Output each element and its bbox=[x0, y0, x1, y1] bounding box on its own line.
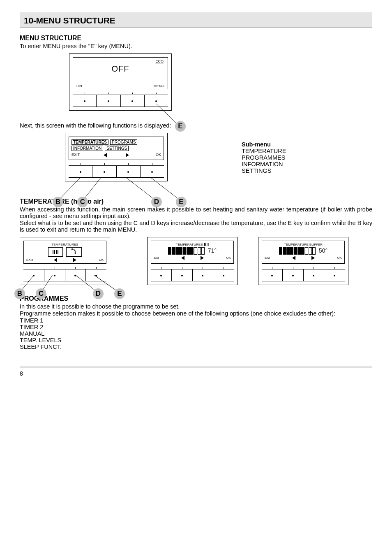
menu-label: MENU bbox=[143, 84, 165, 88]
tap-icon bbox=[66, 247, 82, 257]
device-off-screen: ECO OFF ON MENU bbox=[69, 53, 172, 111]
programmes-p1: In this case it is possible to choose th… bbox=[20, 303, 372, 310]
ok-label: OK bbox=[212, 256, 231, 260]
exit-label: EXIT bbox=[71, 153, 94, 157]
marker-d: D bbox=[151, 197, 162, 207]
programme-option: TIMER 2 bbox=[20, 324, 372, 330]
svg-rect-5 bbox=[53, 250, 53, 254]
programme-option: SLEEP FUNCT. bbox=[20, 343, 372, 350]
svg-rect-7 bbox=[56, 250, 57, 254]
exit-label: EXIT bbox=[265, 256, 284, 260]
next-line: Next, this screen with the following fun… bbox=[20, 122, 372, 129]
svg-rect-8 bbox=[58, 250, 58, 254]
programme-option: TIMER 1 bbox=[20, 317, 372, 324]
temperatures-tab: TEMPERATURES bbox=[71, 139, 108, 145]
marker-c: C bbox=[36, 288, 46, 299]
submenu-item: TEMPERATURE bbox=[242, 148, 286, 154]
submenu-list: Sub-menu TEMPERATURE PROGRAMMES INFORMAT… bbox=[242, 141, 286, 174]
button-row bbox=[69, 165, 164, 178]
svg-rect-17 bbox=[208, 243, 209, 246]
svg-rect-16 bbox=[207, 243, 208, 246]
submenu-item: SETTINGS bbox=[242, 167, 286, 174]
programme-option: MANUAL bbox=[20, 330, 372, 337]
footer-rule bbox=[20, 367, 372, 368]
screenC-value: 50° bbox=[319, 247, 327, 254]
ok-label: OK bbox=[84, 258, 104, 262]
programs-tab: PROGRAMS bbox=[110, 139, 137, 145]
programme-option: TEMP. LEVELS bbox=[20, 337, 372, 343]
submenu-title: Sub-menu bbox=[242, 141, 286, 148]
svg-rect-14 bbox=[204, 243, 205, 246]
button-row bbox=[73, 95, 168, 107]
exit-label: EXIT bbox=[26, 258, 46, 262]
menu-structure-intro: To enter MENU press the "E" key (MENU). bbox=[20, 43, 372, 49]
device-menu-screen: TEMPERATURES PROGRAMS INFORMATION SETTIN… bbox=[65, 133, 168, 181]
ok-label: OK bbox=[139, 153, 161, 157]
radiator-icon bbox=[48, 247, 63, 257]
svg-point-9 bbox=[75, 253, 76, 254]
marker-d: D bbox=[93, 288, 104, 299]
screenB-value: 71° bbox=[208, 247, 217, 254]
temperature-p1: When accessing this function, the main s… bbox=[20, 206, 372, 219]
menu-structure-heading: MENU STRUCTURE bbox=[20, 35, 372, 42]
temp-screen-b: TEMPERATURES 71° EXIT OK bbox=[147, 237, 238, 285]
exit-label: EXIT bbox=[154, 256, 173, 260]
off-label: OFF bbox=[76, 64, 164, 74]
programmes-heading: PROGRAMMES bbox=[20, 295, 372, 302]
temp-screen-a: TEMPERATURES EXIT OK bbox=[20, 237, 110, 285]
temperature-p2: Select what is to be set and then using … bbox=[20, 220, 372, 233]
screenB-title: TEMPERATURES bbox=[176, 243, 203, 246]
chapter-header: 10-MENU STRUCTURE bbox=[20, 12, 372, 28]
ok-label: OK bbox=[323, 256, 342, 260]
temperature-heading: TEMPERATURE (hydro air) bbox=[20, 198, 372, 205]
chapter-title: 10-MENU STRUCTURE bbox=[24, 16, 368, 26]
marker-e: E bbox=[176, 197, 187, 207]
marker-e: E bbox=[175, 121, 186, 132]
temp-screen-c: TEMPERATURE BUFFER 50° EXIT OK bbox=[258, 237, 348, 285]
marker-c: C bbox=[77, 197, 88, 207]
svg-rect-15 bbox=[205, 243, 206, 246]
submenu-item: INFORMATION bbox=[242, 161, 286, 167]
svg-rect-6 bbox=[54, 250, 55, 254]
information-tab: INFORMATION bbox=[71, 146, 103, 151]
marker-e: E bbox=[114, 288, 125, 299]
marker-b: B bbox=[53, 197, 63, 207]
page-number: 8 bbox=[20, 370, 372, 377]
on-label: ON bbox=[76, 84, 99, 88]
submenu-item: PROGRAMMES bbox=[242, 154, 286, 161]
settings-tab: SETTINGS bbox=[105, 146, 129, 151]
programmes-p2: Programme selection makes it possible to… bbox=[20, 310, 372, 317]
marker-b: B bbox=[14, 288, 25, 299]
screenA-title: TEMPERATURES bbox=[26, 243, 104, 246]
eco-label: ECO bbox=[155, 59, 164, 63]
screenC-title: TEMPERATURE BUFFER bbox=[265, 243, 342, 246]
